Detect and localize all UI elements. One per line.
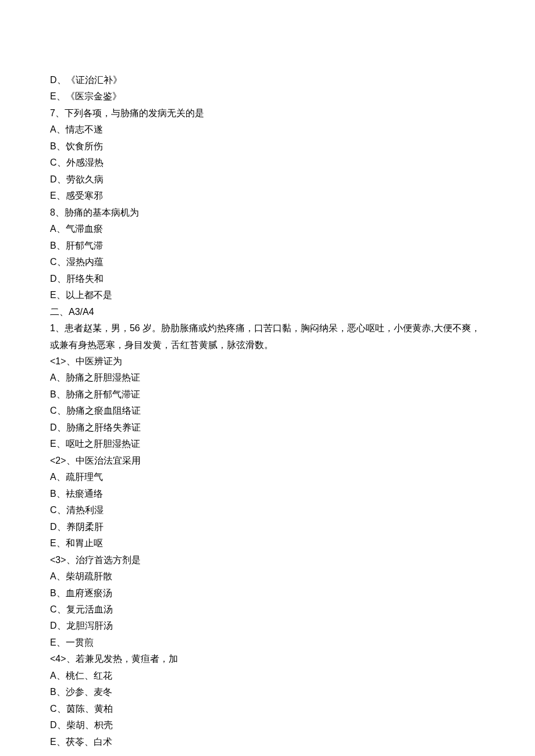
option-c: C、茵陈、黄柏 — [50, 701, 485, 717]
option-label: B — [50, 141, 56, 151]
sub-label: <2> — [50, 456, 66, 465]
option-text: 血府逐瘀汤 — [66, 588, 112, 598]
option-text: 复元活血汤 — [66, 604, 113, 614]
option-text: 《证治汇补》 — [66, 75, 122, 85]
option-b: B、袪瘀通络 — [50, 486, 485, 502]
option-label: B — [50, 241, 56, 250]
option-e: E、一贯煎 — [50, 635, 485, 651]
option-e: E、呕吐之肝胆湿热证 — [50, 436, 485, 452]
option-e: E、感受寒邪 — [50, 188, 485, 204]
option-b: B、胁痛之肝郁气滞证 — [50, 386, 485, 403]
option-text: 龙胆泻肝汤 — [66, 621, 113, 630]
option-label: C — [50, 704, 57, 714]
option-text: 劳欲久病 — [66, 174, 104, 184]
option-text: 肝络失和 — [66, 274, 104, 284]
option-b: B、沙参、麦冬 — [50, 684, 485, 700]
sub-text: 治疗首选方剂是 — [76, 555, 141, 565]
sub-label: <1> — [50, 356, 66, 366]
option-label: D — [50, 621, 57, 630]
subquestion-2: <2>、中医治法宜采用 — [50, 453, 485, 469]
sub-text: 中医治法宜采用 — [76, 456, 141, 465]
option-label: B — [50, 687, 56, 697]
option-label: E — [50, 439, 56, 449]
option-a: A、胁痛之肝胆湿热证 — [50, 370, 485, 386]
option-text: 柴胡疏肝散 — [66, 571, 112, 581]
option-text: 气滞血瘀 — [66, 224, 103, 234]
option-text: 袪瘀通络 — [66, 489, 103, 499]
option-label: E — [50, 737, 56, 747]
option-label: A — [50, 224, 56, 234]
option-label: A — [50, 571, 56, 581]
question-text: 下列各项，与胁痛的发病无关的是 — [65, 108, 204, 118]
option-label: C — [50, 406, 57, 415]
subquestion-4: <4>、若兼见发热，黄疸者，加 — [50, 651, 485, 667]
option-label: E — [50, 91, 56, 101]
option-e: E、茯苓、白术 — [50, 734, 485, 750]
option-label: B — [50, 588, 56, 598]
option-a: A、气滞血瘀 — [50, 221, 485, 237]
option-label: B — [50, 489, 56, 499]
option-d: D、养阴柔肝 — [50, 519, 485, 535]
option-b: B、饮食所伤 — [50, 138, 485, 155]
sub-label: <3> — [50, 555, 66, 565]
option-label: A — [50, 671, 56, 680]
option-b: B、肝郁气滞 — [50, 238, 485, 254]
option-text: 和胃止呕 — [66, 538, 103, 548]
option-label: D — [50, 75, 57, 85]
option-text: 感受寒邪 — [66, 191, 103, 200]
option-text: 《医宗金鉴》 — [66, 91, 122, 101]
question-number: 7 — [50, 108, 55, 118]
option-text: 柴胡、枳壳 — [66, 720, 113, 730]
option-e: E、《医宗金鉴》 — [50, 88, 485, 105]
option-text: 一贯煎 — [66, 637, 94, 647]
option-text: 养阴柔肝 — [66, 522, 104, 532]
option-text: 桃仁、红花 — [66, 671, 112, 680]
question-7: 7、下列各项，与胁痛的发病无关的是 — [50, 105, 485, 121]
case-1: 1、患者赵某，男，56 岁。胁肋胀痛或灼热疼痛，口苦口黏，胸闷纳呆，恶心呕吐，小… — [50, 320, 485, 353]
option-d: D、劳欲久病 — [50, 171, 485, 188]
option-label: A — [50, 472, 56, 482]
option-text: 胁痛之肝胆湿热证 — [66, 372, 140, 382]
option-text: 湿热内蕴 — [66, 257, 104, 267]
case-text-a: 患者赵某，男， — [65, 323, 130, 333]
option-label: E — [50, 191, 56, 200]
option-label: C — [50, 257, 57, 267]
option-text: 饮食所伤 — [66, 141, 103, 151]
option-d: D、胁痛之肝络失养证 — [50, 420, 485, 436]
option-a: A、情志不遂 — [50, 121, 485, 138]
option-c: C、清热利湿 — [50, 502, 485, 518]
section-text: A3/A4 — [69, 307, 94, 317]
option-label: D — [50, 274, 57, 284]
case-age: 56 — [130, 323, 140, 333]
subquestion-3: <3>、治疗首选方剂是 — [50, 552, 485, 568]
sub-text: 若兼见发热，黄疸者，加 — [76, 654, 178, 664]
option-text: 沙参、麦冬 — [66, 687, 112, 697]
option-b: B、血府逐瘀汤 — [50, 585, 485, 601]
option-label: C — [50, 157, 57, 167]
option-text: 外感湿热 — [66, 157, 104, 167]
option-text: 胁痛之瘀血阻络证 — [66, 406, 141, 415]
option-c: C、湿热内蕴 — [50, 254, 485, 270]
option-label: A — [50, 372, 56, 382]
option-label: A — [50, 124, 56, 134]
option-a: A、疏肝理气 — [50, 469, 485, 485]
option-label: C — [50, 505, 57, 515]
option-label: C — [50, 604, 57, 614]
option-text: 以上都不是 — [66, 290, 112, 300]
option-a: A、柴胡疏肝散 — [50, 568, 485, 585]
option-c: C、复元活血汤 — [50, 601, 485, 618]
option-label: D — [50, 522, 57, 532]
option-d: D、《证治汇补》 — [50, 72, 485, 88]
option-e: E、和胃止呕 — [50, 535, 485, 551]
option-text: 呕吐之肝胆湿热证 — [66, 439, 140, 449]
option-label: D — [50, 422, 57, 432]
case-number: 1 — [50, 323, 55, 333]
option-d: D、龙胆泻肝汤 — [50, 618, 485, 634]
section-label: 二、 — [50, 307, 69, 317]
question-text: 胁痛的基本病机为 — [65, 207, 139, 217]
option-label: E — [50, 290, 56, 300]
option-label: E — [50, 538, 56, 548]
option-label: D — [50, 720, 57, 730]
option-text: 情志不遂 — [66, 124, 103, 134]
option-text: 茵陈、黄柏 — [66, 704, 113, 714]
